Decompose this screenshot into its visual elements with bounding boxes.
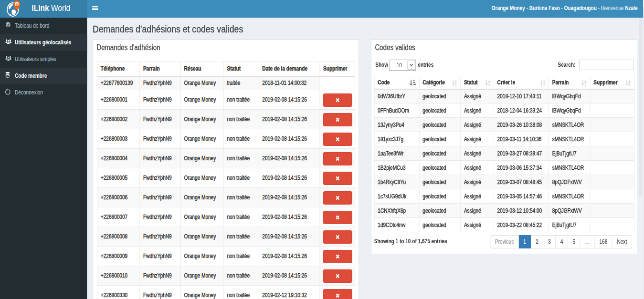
svg-text:$: $ [16, 1, 18, 7]
